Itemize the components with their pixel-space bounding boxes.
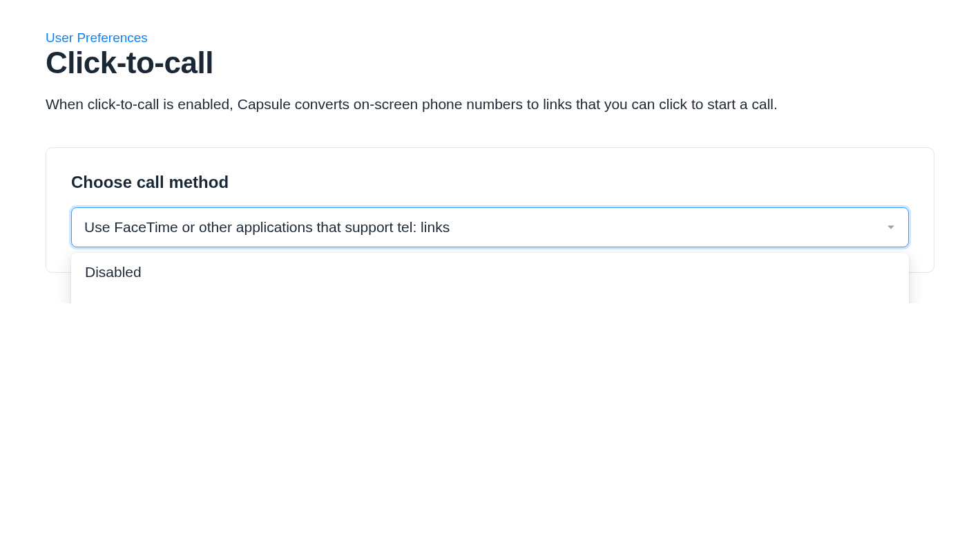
page-description: When click-to-call is enabled, Capsule c… <box>46 94 934 114</box>
call-method-select[interactable]: Use FaceTime or other applications that … <box>71 207 909 247</box>
call-method-dropdown: Disabled Use Skype Use CircleLoop Use Bl… <box>71 253 909 303</box>
breadcrumb-user-preferences[interactable]: User Preferences <box>46 30 148 45</box>
option-skype[interactable]: Use Skype <box>71 292 909 303</box>
call-method-selected-value: Use FaceTime or other applications that … <box>84 219 450 236</box>
option-label: Disabled <box>85 264 142 280</box>
page-title: Click-to-call <box>46 46 934 80</box>
chevron-down-icon <box>887 226 894 229</box>
call-method-label: Choose call method <box>71 173 909 192</box>
option-disabled[interactable]: Disabled <box>71 253 909 292</box>
option-label: Use Skype <box>85 303 155 303</box>
call-method-select-wrap: Use FaceTime or other applications that … <box>71 207 909 247</box>
settings-card: Choose call method Use FaceTime or other… <box>46 147 934 273</box>
